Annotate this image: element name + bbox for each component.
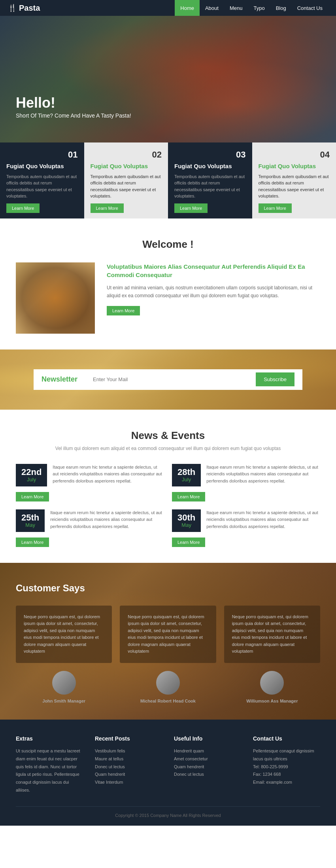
welcome-btn[interactable]: Learn More xyxy=(107,306,140,315)
avatar-1 xyxy=(156,671,180,695)
news-heading: News & Events xyxy=(16,429,320,442)
footer-useful-list: Hendrerit quam Amet consectetur Quam hen… xyxy=(174,747,241,779)
footer-useful-3[interactable]: Donec ut lectus xyxy=(174,771,241,779)
feature-box-2: 02 Fugiat Quo Voluptas Temporibus autem … xyxy=(84,142,168,218)
newsletter-input[interactable] xyxy=(89,376,256,382)
footer-contact-tel: Tel: 800-225-9999 xyxy=(253,763,320,771)
news-date-0: 22nd July xyxy=(16,464,47,486)
news-date-1: 28th July xyxy=(172,464,201,486)
news-btn-2[interactable]: Learn More xyxy=(16,538,49,547)
news-date-3: 30th May xyxy=(172,509,201,532)
feature-num-2: 02 xyxy=(91,150,162,160)
footer-contact-heading: Contact Us xyxy=(253,735,320,742)
nav-item-typo[interactable]: Typo xyxy=(248,0,270,16)
news-month-2: May xyxy=(21,522,39,528)
footer-posts-list: Vestibulum felis Maure at tellus Donec u… xyxy=(95,747,162,786)
news-day-2: 25th xyxy=(21,513,39,522)
nav-item-home[interactable]: Home xyxy=(175,0,200,16)
footer-col-extras: Extras Ut suscipit neque a mestu lacreet… xyxy=(16,735,83,794)
welcome-sub-heading: Voluptatibus Maiores Alias Consequatur A… xyxy=(107,262,320,279)
customers-heading: Customer Says xyxy=(16,583,320,594)
news-btn-1[interactable]: Learn More xyxy=(172,492,205,501)
nav-item-contact[interactable]: Contact Us xyxy=(292,0,328,16)
navbar: 🍴 Pasta Home About Menu Typo Blog Contac… xyxy=(0,0,336,16)
feature-title-2: Fugiat Quo Voluptas xyxy=(91,162,162,170)
footer-extras-text: Ut suscipit neque a mestu lacreet diam e… xyxy=(16,747,83,794)
footer-useful-1[interactable]: Amet consectetur xyxy=(174,755,241,763)
news-text-2: Itaque earum rerum hic tenetur a sapient… xyxy=(50,509,164,530)
feature-desc-1: Temporibus autem quibusdam et aut offici… xyxy=(6,173,78,199)
news-item-1: 28th July Itaque earum rerum hic tenetur… xyxy=(172,464,320,501)
news-month-1: July xyxy=(177,477,195,482)
feature-num-3: 03 xyxy=(174,150,246,160)
footer-useful-0[interactable]: Hendrerit quam xyxy=(174,747,241,755)
footer-post-4[interactable]: Vitae Interdum xyxy=(95,779,162,786)
news-subtitle: Vel illum qui dolorem eum aliquid et ea … xyxy=(16,445,320,452)
customer-review-2: Neque porro quisquam est, qui dolorem ip… xyxy=(232,613,312,655)
footer-grid: Extras Ut suscipit neque a mestu lacreet… xyxy=(16,735,320,794)
customer-review-0: Neque porro quisquam est, qui dolorem ip… xyxy=(24,613,104,655)
news-btn-0[interactable]: Learn More xyxy=(16,492,49,501)
subscribe-button[interactable]: Subscribe xyxy=(256,372,294,386)
news-month-3: May xyxy=(177,522,195,528)
news-day-0: 22nd xyxy=(21,468,42,477)
welcome-image-inner xyxy=(16,262,95,334)
news-section: News & Events Vel illum qui dolorem eum … xyxy=(0,410,336,563)
feature-btn-4[interactable]: Learn More xyxy=(259,203,292,213)
footer: Extras Ut suscipit neque a mestu lacreet… xyxy=(0,720,336,826)
footer-post-1[interactable]: Maure at tellus xyxy=(95,755,162,763)
footer-post-3[interactable]: Quam hendrerit xyxy=(95,771,162,779)
newsletter-section: Newsletter Subscribe xyxy=(0,349,336,410)
hero-section: Hello! Short Of Time? Come And Have A Ta… xyxy=(0,16,336,142)
news-month-0: July xyxy=(21,477,42,482)
avatar-0 xyxy=(52,671,76,695)
footer-posts-heading: Recent Posts xyxy=(95,735,162,742)
footer-contact-fax: Fax: 1234 668 xyxy=(253,771,320,779)
feature-box-3: 03 Fugiat Quo Voluptas Temporibus autem … xyxy=(168,142,252,218)
news-text-3: Itaque earum rerum hic tenetur a sapient… xyxy=(206,509,320,530)
footer-contact-address: Pellentesque conagut dignissim lacus qui… xyxy=(253,747,320,763)
feature-btn-1[interactable]: Learn More xyxy=(6,203,40,213)
news-item-top-0: 22nd July Itaque earum rerum hic tenetur… xyxy=(16,464,164,486)
feature-num-1: 01 xyxy=(6,150,78,160)
footer-extras-heading: Extras xyxy=(16,735,83,742)
brand: 🍴 Pasta xyxy=(8,4,40,13)
feature-title-1: Fugiat Quo Voluptas xyxy=(6,162,78,170)
customer-card-1: Neque porro quisquam est, qui dolorem ip… xyxy=(120,606,216,663)
hero-heading: Hello! xyxy=(16,95,131,111)
features-section: 01 Fugiat Quo Voluptas Temporibus autem … xyxy=(0,142,336,218)
footer-post-2[interactable]: Donec ut lectus xyxy=(95,763,162,771)
avatar-2 xyxy=(260,671,284,695)
news-btn-3[interactable]: Learn More xyxy=(172,538,205,547)
welcome-content: Voluptatibus Maiores Alias Consequatur A… xyxy=(16,262,320,334)
welcome-body: Ut enim ad minima veniam, quis nostrum e… xyxy=(107,284,320,300)
feature-btn-2[interactable]: Learn More xyxy=(91,203,124,213)
news-item-top-2: 25th May Itaque earum rerum hic tenetur … xyxy=(16,509,164,532)
news-day-1: 28th xyxy=(177,468,195,477)
footer-col-posts: Recent Posts Vestibulum felis Maure at t… xyxy=(95,735,162,794)
footer-post-0[interactable]: Vestibulum felis xyxy=(95,747,162,755)
footer-contact-email: Email: example.com xyxy=(253,779,320,786)
customers-grid: Neque porro quisquam est, qui dolorem ip… xyxy=(16,606,320,663)
brand-name: Pasta xyxy=(19,4,40,13)
news-date-2: 25th May xyxy=(16,509,45,532)
customer-name-2: Williumson Ass Manager xyxy=(224,698,320,704)
footer-useful-heading: Useful Info xyxy=(174,735,241,742)
news-text-0: Itaque earum rerum hic tenetur a sapient… xyxy=(53,464,164,485)
nav-menu: Home About Menu Typo Blog Contact Us xyxy=(175,0,328,16)
hero-subtext: Short Of Time? Come And Have A Tasty Pas… xyxy=(16,112,131,119)
nav-item-menu[interactable]: Menu xyxy=(224,0,248,16)
news-item-2: 25th May Itaque earum rerum hic tenetur … xyxy=(16,509,164,547)
footer-copyright: Copyright © 2015 Company Name All Rights… xyxy=(16,806,320,818)
newsletter-box: Newsletter Subscribe xyxy=(34,369,302,390)
nav-item-about[interactable]: About xyxy=(200,0,224,16)
welcome-image xyxy=(16,262,95,334)
customer-name-1: Micheal Robert Head Cook xyxy=(120,698,216,704)
feature-btn-3[interactable]: Learn More xyxy=(174,203,208,213)
customer-card-0: Neque porro quisquam est, qui dolorem ip… xyxy=(16,606,112,663)
news-item-top-1: 28th July Itaque earum rerum hic tenetur… xyxy=(172,464,320,486)
feature-title-3: Fugiat Quo Voluptas xyxy=(174,162,246,170)
footer-useful-2[interactable]: Quam hendrerit xyxy=(174,763,241,771)
newsletter-label: Newsletter xyxy=(42,375,89,384)
nav-item-blog[interactable]: Blog xyxy=(270,0,292,16)
